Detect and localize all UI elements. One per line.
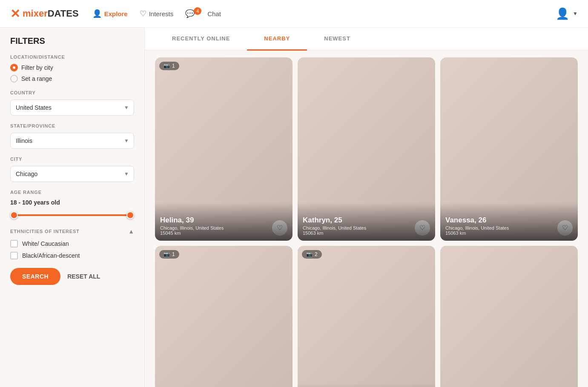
user-menu[interactable]: 👤 ▼ [556, 7, 578, 20]
profile-image [155, 246, 293, 387]
location-distance-section: LOCATION/DISTANCE Filter by city Set a r… [10, 54, 134, 83]
heart-icon: ♡ [140, 9, 146, 18]
header: ✕ mixerDATES 👤 Explore ♡ Interests 💬 4 C… [0, 0, 588, 28]
profile-distance: 15063 km [445, 230, 573, 236]
state-select[interactable]: Illinois California New York Texas [10, 133, 134, 149]
main-nav: 👤 Explore ♡ Interests 💬 4 Chat [92, 9, 556, 18]
photo-count-badge: 📷 2 [302, 250, 322, 259]
state-section: STATE/PROVINCE Illinois California New Y… [10, 123, 134, 149]
profile-card[interactable]: 📷 2 ♡ Delia, 36 Active Chicago, Illinois… [298, 246, 435, 387]
chat-icon: 💬 [185, 9, 195, 18]
set-a-range-label: Set a range [21, 75, 52, 82]
logo-text: mixerDATES [23, 8, 79, 19]
photo-count-badge: 📷 1 [159, 62, 179, 70]
filter-by-city-label: Filter by city [21, 64, 53, 71]
search-button[interactable]: SEARCH [10, 268, 60, 285]
logo[interactable]: ✕ mixerDATES [10, 7, 79, 21]
location-filter-radio-group: Filter by city Set a range [10, 64, 134, 83]
photo-count-text: 2 [315, 251, 318, 257]
ethnicities-title-row: ETHNICITIES OF INTEREST ▲ [10, 228, 134, 235]
profile-info: Vanessa, 26 Chicago, Illinois, United St… [440, 202, 578, 241]
photo-count-text: 1 [172, 251, 175, 257]
main-layout: FILTERS LOCATION/DISTANCE Filter by city… [0, 28, 588, 387]
photo-count-text: 1 [172, 63, 175, 69]
interests-nav-item[interactable]: ♡ Interests [140, 9, 174, 18]
white-caucasian-checkbox-box [10, 240, 18, 248]
profiles-grid: 📷 1 ♡ Helina, 39 Chicago, Illinois, Unit… [145, 51, 588, 387]
profile-name: Kathryn, 25 [303, 216, 430, 225]
profile-distance: 15045 km [160, 230, 287, 236]
age-range-slider[interactable] [10, 211, 134, 219]
profile-location: Chicago, Illinois, United States [160, 225, 287, 230]
profile-card[interactable]: ♡ Anna Smith, 31 Chicago, Illinois, Unit… [440, 246, 578, 387]
chevron-down-icon: ▼ [573, 11, 578, 17]
slider-track [10, 214, 134, 216]
profile-distance: 15063 km [303, 230, 430, 236]
filter-by-city-radio[interactable]: Filter by city [10, 64, 134, 71]
profile-info: Delia, 36 Active Chicago, Illinois, Unit… [298, 384, 435, 387]
age-range-section: AGE RANGE 18 - 100 years old [10, 190, 134, 219]
tabs-bar: RECENTLY ONLINE NEARBY NEWEST [145, 28, 588, 51]
filter-by-city-radio-circle [10, 64, 18, 71]
photo-count-badge: 📷 1 [159, 250, 179, 259]
explore-icon: 👤 [92, 9, 102, 18]
search-reset-row: SEARCH RESET ALL [10, 268, 134, 285]
camera-icon: 📷 [163, 251, 170, 257]
city-section: CITY Chicago Springfield Naperville Auro… [10, 157, 134, 182]
tab-nearby[interactable]: NEARBY [247, 28, 307, 51]
state-select-wrapper: Illinois California New York Texas ▼ [10, 133, 134, 149]
ethnicities-section: ETHNICITIES OF INTEREST ▲ White/ Caucasi… [10, 228, 134, 259]
profile-card[interactable]: ♡ Kathryn, 25 Chicago, Illinois, United … [298, 57, 435, 241]
reset-button[interactable]: RESET ALL [67, 273, 100, 280]
profile-card[interactable]: ♡ Vanessa, 26 Chicago, Illinois, United … [440, 57, 578, 241]
location-distance-label: LOCATION/DISTANCE [10, 54, 134, 60]
country-select-wrapper: United States Canada United Kingdom Aust… [10, 100, 134, 116]
slider-thumb-min[interactable] [10, 211, 18, 219]
ethnicities-collapse-icon[interactable]: ▲ [128, 228, 134, 235]
age-range-text: 18 - 100 years old [10, 199, 134, 206]
profile-card[interactable]: 📷 1 ♡ Theresa, 49 Chicago, Illinois, Uni… [155, 246, 293, 387]
country-section: COUNTRY United States Canada United King… [10, 90, 134, 116]
logo-x-icon: ✕ [10, 7, 20, 21]
profile-image [440, 246, 578, 387]
chat-nav-item[interactable]: 💬 4 Chat [185, 9, 221, 18]
profile-location: Chicago, Illinois, United States [445, 225, 573, 230]
country-select[interactable]: United States Canada United Kingdom Aust… [10, 100, 134, 116]
profile-location: Chicago, Illinois, United States [303, 225, 430, 230]
black-african-descent-checkbox[interactable]: Black/African-descent [10, 252, 134, 259]
ethnicities-label: ETHNICITIES OF INTEREST [10, 229, 80, 234]
tab-recently-online[interactable]: RECENTLY ONLINE [155, 28, 247, 51]
set-a-range-radio-circle [10, 75, 18, 83]
state-label: STATE/PROVINCE [10, 123, 134, 128]
white-caucasian-checkbox[interactable]: White/ Caucasian [10, 240, 134, 248]
chat-badge: 4 [194, 7, 201, 15]
profile-name: Helina, 39 [160, 216, 287, 225]
filters-sidebar: FILTERS LOCATION/DISTANCE Filter by city… [0, 28, 145, 387]
filters-title: FILTERS [10, 36, 134, 46]
profile-info: Kathryn, 25 Chicago, Illinois, United St… [298, 202, 435, 241]
black-african-descent-checkbox-box [10, 252, 18, 259]
profile-card[interactable]: 📷 1 ♡ Helina, 39 Chicago, Illinois, Unit… [155, 57, 293, 241]
explore-label: Explore [104, 10, 128, 17]
profile-image [298, 246, 435, 387]
city-label: CITY [10, 157, 134, 162]
slider-thumb-max[interactable] [126, 211, 134, 219]
camera-icon: 📷 [163, 63, 170, 69]
user-avatar-icon: 👤 [556, 7, 569, 20]
profile-name: Vanessa, 26 [445, 216, 573, 225]
profile-info: Helina, 39 Chicago, Illinois, United Sta… [155, 202, 293, 241]
black-african-descent-label: Black/African-descent [22, 252, 80, 259]
city-select[interactable]: Chicago Springfield Naperville Aurora [10, 166, 134, 182]
camera-icon: 📷 [306, 251, 313, 257]
chat-label: Chat [207, 10, 221, 17]
city-select-wrapper: Chicago Springfield Naperville Aurora ▼ [10, 166, 134, 182]
tab-newest[interactable]: NEWEST [307, 28, 367, 51]
explore-nav-item[interactable]: 👤 Explore [92, 9, 128, 18]
country-label: COUNTRY [10, 90, 134, 95]
set-a-range-radio[interactable]: Set a range [10, 75, 134, 83]
white-caucasian-label: White/ Caucasian [22, 240, 69, 247]
interests-label: Interests [149, 10, 174, 17]
age-range-label: AGE RANGE [10, 190, 134, 195]
content-area: RECENTLY ONLINE NEARBY NEWEST 📷 1 ♡ Heli… [145, 28, 588, 387]
